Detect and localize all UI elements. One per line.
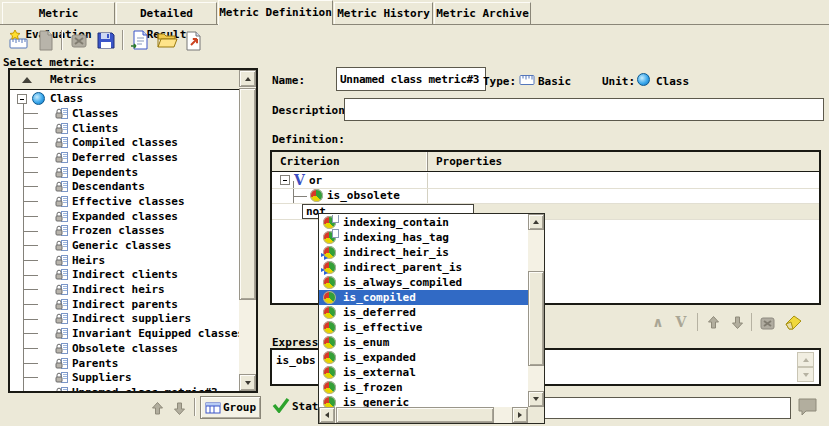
list-item[interactable]: Expanded classes	[10, 209, 239, 224]
list-item[interactable]: Compiled classes	[10, 135, 239, 150]
type-label: Type:	[483, 75, 516, 88]
list-item[interactable]: Indirect parents	[10, 297, 239, 312]
scroll-left-button[interactable]	[319, 407, 335, 423]
add-or-operator-button[interactable]: V	[669, 311, 693, 333]
lock-page-icon	[55, 151, 69, 164]
scroll-down-button[interactable]	[528, 391, 544, 407]
clear-definition-button[interactable]	[779, 311, 803, 333]
list-item[interactable]: Suppliers	[10, 370, 239, 385]
dropdown-item[interactable]: is_enum	[319, 335, 528, 350]
name-input[interactable]	[336, 67, 486, 91]
group-toggle-button[interactable]: Group	[200, 396, 261, 419]
new-metric-button[interactable]	[6, 28, 30, 52]
tab-label: Metric Definition	[219, 6, 332, 19]
scrollbar-thumb[interactable]	[336, 407, 494, 423]
scroll-right-button[interactable]	[512, 407, 528, 423]
collapse-icon[interactable]	[280, 175, 290, 185]
comment-button[interactable]	[796, 397, 819, 418]
dropdown-item-label: is_external	[343, 366, 416, 379]
dropdown-item[interactable]: is_effective	[319, 320, 528, 335]
toolbar-separator	[122, 30, 123, 50]
list-item[interactable]: Heirs	[10, 253, 239, 268]
blue-ball-icon	[637, 73, 650, 86]
properties-column-header[interactable]: Properties	[427, 152, 819, 171]
tab-detailed-result[interactable]: Detailed Result	[116, 2, 217, 24]
list-item[interactable]: Descendants	[10, 179, 239, 194]
delete-criterion-button[interactable]	[755, 311, 779, 333]
expression-scroll-down-button[interactable]	[797, 367, 814, 382]
list-item[interactable]: Classes	[10, 106, 239, 121]
row-background	[272, 204, 302, 219]
criterion-row-is-obsolete[interactable]: is_obsolete	[272, 189, 819, 205]
list-item[interactable]: Invariant Equipped classes	[10, 326, 239, 341]
move-criterion-down-button[interactable]	[725, 311, 749, 333]
list-item[interactable]: Generic classes	[10, 238, 239, 253]
collapse-icon[interactable]	[17, 94, 27, 104]
dropdown-item-label: is_expanded	[343, 351, 416, 364]
dropdown-item[interactable]: is_deferred	[319, 305, 528, 320]
dropdown-item-label: indexing_has_tag	[343, 231, 449, 244]
list-item[interactable]: Deferred classes	[10, 150, 239, 165]
dropdown-item[interactable]: is_frozen	[319, 380, 528, 395]
dropdown-item-selected[interactable]: is_compiled	[319, 290, 528, 305]
dropdown-item-label: is_enum	[343, 336, 389, 349]
list-item[interactable]: Indirect suppliers	[10, 312, 239, 327]
save-metric-button[interactable]	[94, 28, 118, 52]
tree-item-class[interactable]: Class	[10, 91, 239, 106]
dropdown-item[interactable]: is_always_compiled	[319, 275, 528, 290]
pie-document-icon	[323, 216, 337, 229]
tab-metric-archive[interactable]: Metric Archive	[434, 2, 531, 24]
unit-value: Class	[656, 75, 689, 88]
criterion-column-header[interactable]: Criterion	[272, 152, 427, 171]
scroll-up-button[interactable]	[528, 214, 544, 230]
tab-metric-evaluation[interactable]: Metric Evaluation	[2, 2, 115, 24]
dropdown-item[interactable]: is_generic	[319, 395, 528, 407]
scrollbar-thumb[interactable]	[528, 271, 544, 366]
list-item[interactable]: Dependents	[10, 165, 239, 180]
list-item[interactable]: Clients	[10, 121, 239, 136]
scroll-up-icon	[245, 77, 251, 81]
scroll-up-button[interactable]	[239, 70, 256, 87]
toolbar-separator	[751, 313, 752, 331]
lock-page-icon	[55, 122, 69, 135]
list-item[interactable]: Frozen classes	[10, 224, 239, 239]
export-metrics-button[interactable]	[182, 28, 206, 52]
description-input[interactable]	[344, 98, 824, 121]
dropdown-item[interactable]: indexing_contain	[319, 215, 528, 230]
add-and-operator-button[interactable]: ∧	[646, 311, 670, 333]
dropdown-item[interactable]: indirect_parent_is	[319, 260, 528, 275]
metric-tree: Class Classes Clients Compiled classes D…	[10, 91, 239, 391]
list-item[interactable]: Obsolete classes	[10, 341, 239, 356]
pie-icon	[323, 276, 337, 289]
tab-metric-definition[interactable]: Metric Definition	[218, 0, 333, 25]
import-metrics-button[interactable]	[128, 28, 152, 52]
list-item[interactable]: Indirect heirs	[10, 282, 239, 297]
pie-icon	[323, 291, 337, 304]
speech-bubble-icon	[796, 397, 819, 418]
dropdown-item[interactable]: indexing_has_tag	[319, 230, 528, 245]
move-criterion-up-button[interactable]	[701, 311, 725, 333]
scrollbar-thumb[interactable]	[239, 88, 256, 300]
list-item[interactable]: Indirect clients	[10, 268, 239, 283]
scroll-down-icon	[245, 381, 251, 385]
criterion-row-or[interactable]: V or	[272, 173, 819, 189]
list-item[interactable]: Effective classes	[10, 194, 239, 209]
scroll-down-button[interactable]	[239, 374, 256, 391]
scroll-down-icon	[533, 397, 539, 401]
list-item-label: Parents	[72, 357, 118, 370]
dropdown-item[interactable]: is_expanded	[319, 350, 528, 365]
dropdown-item[interactable]: is_external	[319, 365, 528, 380]
tab-metric-history[interactable]: Metric History	[334, 2, 433, 24]
duplicate-metric-button[interactable]	[33, 28, 57, 52]
dropdown-item[interactable]: indirect_heir_is	[319, 245, 528, 260]
delete-metric-button[interactable]	[67, 28, 91, 52]
metrics-column-header[interactable]: Metrics	[10, 70, 239, 90]
move-up-button[interactable]	[147, 399, 167, 417]
list-item-label: Frozen classes	[72, 224, 165, 237]
list-item[interactable]: Parents	[10, 356, 239, 371]
expression-scroll-up-button[interactable]	[797, 352, 814, 367]
move-down-button[interactable]	[169, 399, 189, 417]
list-item-partial[interactable]: Unnamed class metric#3	[10, 385, 239, 391]
delete-icon	[68, 29, 90, 51]
open-folder-button[interactable]	[155, 28, 179, 52]
